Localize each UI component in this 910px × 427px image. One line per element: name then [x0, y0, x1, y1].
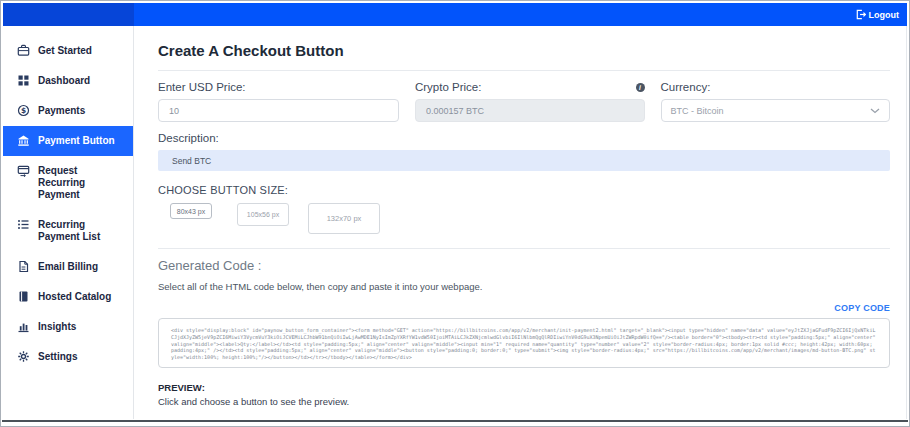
sidebar-item-label: Insights — [38, 321, 76, 333]
sidebar-item-get-started[interactable]: Get Started — [3, 36, 133, 66]
crypto-price-input — [415, 99, 645, 122]
coin-circle-icon: $ — [17, 104, 30, 117]
sidebar-item-label: Payment Button — [38, 135, 115, 147]
usd-price-label: Enter USD Price: — [158, 81, 399, 93]
preview-title: PREVIEW: — [158, 382, 890, 393]
top-header-bar: Logout — [3, 3, 907, 26]
gear-icon — [17, 350, 30, 363]
topbar-brand-area — [3, 3, 134, 26]
button-size-label: CHOOSE BUTTON SIZE: — [158, 184, 890, 196]
bank-icon — [17, 134, 30, 147]
sidebar-item-label: Settings — [38, 351, 77, 363]
sidebar-item-hosted-catalog[interactable]: Hosted Catalog — [3, 282, 133, 312]
size-option-large[interactable]: 132x70 px — [308, 203, 380, 234]
description-label: Description: — [158, 132, 890, 144]
price-form-row: Enter USD Price: Crypto Price: i Currenc… — [158, 81, 890, 122]
sidebar-item-label: Dashboard — [38, 75, 90, 87]
divider — [158, 70, 890, 71]
button-size-options: 80x43 px 105x56 px 132x70 px — [158, 203, 890, 237]
sidebar-item-payments[interactable]: $ Payments — [3, 96, 133, 126]
sidebar-item-email-billing[interactable]: Email Billing — [3, 252, 133, 282]
currency-label: Currency: — [661, 81, 891, 93]
generated-code-box[interactable]: <div style="display:block" id="paynow_bu… — [158, 318, 890, 368]
topbar-main: Logout — [134, 3, 907, 26]
size-option-small[interactable]: 80x43 px — [170, 203, 212, 219]
description-field[interactable]: Send BTC — [158, 150, 890, 171]
logout-button[interactable]: Logout — [855, 9, 900, 20]
briefcase-icon — [17, 44, 30, 57]
sidebar-item-settings[interactable]: Settings — [3, 342, 133, 372]
window-bottom-edge — [2, 420, 908, 422]
svg-text:$: $ — [21, 106, 26, 115]
logout-label: Logout — [869, 10, 900, 20]
currency-select[interactable]: BTC - Bitcoin — [661, 99, 891, 122]
page-title: Create A Checkout Button — [158, 42, 890, 59]
document-icon — [17, 260, 30, 273]
sidebar-item-recurring-payment-list[interactable]: Recurring Payment List — [3, 210, 133, 252]
sidebar-item-label: Get Started — [38, 45, 92, 57]
sidebar-item-dashboard[interactable]: Dashboard — [3, 66, 133, 96]
chevron-down-icon — [870, 106, 880, 116]
sidebar-item-label: Email Billing — [38, 261, 98, 273]
preview-instruction: Click and choose a button to see the pre… — [158, 396, 890, 407]
sidebar-item-label: Payments — [38, 105, 85, 117]
book-icon — [17, 290, 30, 303]
main-content: Create A Checkout Button Enter USD Price… — [134, 26, 907, 419]
sidebar-item-request-recurring-payment[interactable]: Request Recurring Payment — [3, 156, 133, 210]
sidebar-item-payment-button[interactable]: Payment Button — [3, 126, 133, 156]
sidebar-item-label: Recurring Payment List — [38, 219, 127, 243]
generated-code-instruction: Select all of the HTML code below, then … — [158, 281, 890, 292]
dashboard-grid-icon — [17, 74, 30, 87]
size-option-medium[interactable]: 105x56 px — [237, 203, 289, 226]
info-icon[interactable]: i — [636, 83, 645, 92]
sidebar: Get Started Dashboard $ Payments — [3, 26, 134, 419]
generated-code-text: <div style="display:block" id="paynow_bu… — [171, 327, 877, 361]
app-window: Logout Get Started Dashboard — [0, 0, 910, 427]
description-value: Send BTC — [172, 156, 211, 166]
currency-selected-value: BTC - Bitcoin — [671, 106, 724, 116]
divider — [158, 248, 890, 249]
bar-chart-icon — [17, 320, 30, 333]
usd-price-input[interactable] — [158, 99, 399, 122]
sidebar-item-label: Request Recurring Payment — [38, 165, 127, 201]
logout-icon — [855, 9, 866, 20]
list-icon — [17, 218, 30, 231]
card-arrow-icon — [17, 164, 30, 177]
copy-code-button[interactable]: COPY CODE — [834, 303, 890, 313]
crypto-price-label: Crypto Price: — [415, 81, 481, 93]
generated-code-title: Generated Code : — [158, 258, 890, 273]
sidebar-item-label: Hosted Catalog — [38, 291, 111, 303]
sidebar-item-insights[interactable]: Insights — [3, 312, 133, 342]
